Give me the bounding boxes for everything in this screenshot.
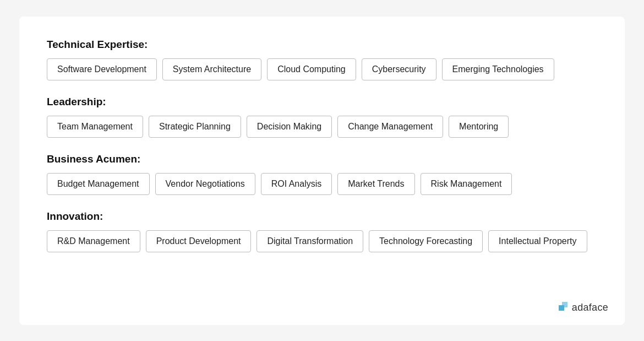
tag-item[interactable]: R&D Management — [47, 230, 140, 252]
tag-item[interactable]: Market Trends — [337, 173, 414, 195]
section-business-acumen: Business Acumen:Budget ManagementVendor … — [47, 153, 597, 195]
section-title-business-acumen: Business Acumen: — [47, 153, 597, 165]
tag-item[interactable]: System Architecture — [162, 58, 261, 80]
tags-row-business-acumen: Budget ManagementVendor NegotiationsROI … — [47, 173, 597, 195]
tag-item[interactable]: Technology Forecasting — [369, 230, 483, 252]
section-title-technical-expertise: Technical Expertise: — [47, 39, 597, 51]
tag-item[interactable]: Mentoring — [449, 116, 509, 138]
tag-item[interactable]: Change Management — [337, 116, 443, 138]
tag-item[interactable]: Emerging Technologies — [442, 58, 554, 80]
tag-item[interactable]: Intellectual Property — [488, 230, 587, 252]
tag-item[interactable]: Risk Management — [421, 173, 512, 195]
section-technical-expertise: Technical Expertise:Software Development… — [47, 39, 597, 80]
tags-row-technical-expertise: Software DevelopmentSystem ArchitectureC… — [47, 58, 597, 80]
tag-item[interactable]: Team Management — [47, 116, 143, 138]
tag-item[interactable]: Vendor Negotiations — [155, 173, 255, 195]
tag-item[interactable]: Product Development — [146, 230, 252, 252]
main-card: Technical Expertise:Software Development… — [19, 17, 625, 325]
tags-row-leadership: Team ManagementStrategic PlanningDecisio… — [47, 116, 597, 138]
branding-label: adaface — [572, 302, 608, 313]
tag-item[interactable]: Digital Transformation — [256, 230, 363, 252]
tag-item[interactable]: ROI Analysis — [261, 173, 332, 195]
adaface-logo-icon — [559, 302, 569, 314]
tag-item[interactable]: Cybersecurity — [362, 58, 436, 80]
tag-item[interactable]: Decision Making — [247, 116, 332, 138]
svg-rect-1 — [562, 302, 567, 307]
tag-item[interactable]: Cloud Computing — [267, 58, 356, 80]
tag-item[interactable]: Software Development — [47, 58, 157, 80]
section-innovation: Innovation:R&D ManagementProduct Develop… — [47, 210, 597, 252]
section-leadership: Leadership:Team ManagementStrategic Plan… — [47, 96, 597, 138]
section-title-leadership: Leadership: — [47, 96, 597, 108]
tag-item[interactable]: Strategic Planning — [149, 116, 241, 138]
branding: adaface — [559, 302, 608, 314]
section-title-innovation: Innovation: — [47, 210, 597, 223]
tags-row-innovation: R&D ManagementProduct DevelopmentDigital… — [47, 230, 597, 252]
tag-item[interactable]: Budget Management — [47, 173, 150, 195]
